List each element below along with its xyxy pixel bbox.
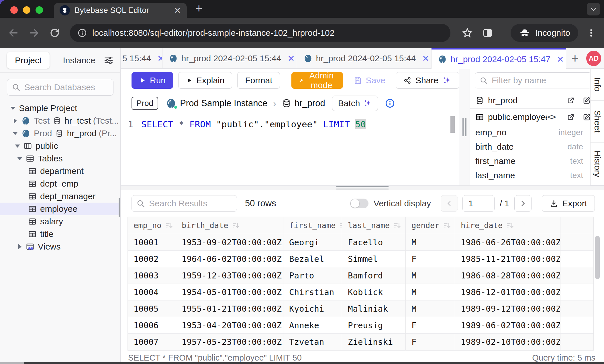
table-cell[interactable]: 10004 xyxy=(128,284,176,300)
back-icon[interactable] xyxy=(8,27,19,38)
editor-tab-3[interactable]: hr_prod 2024-02-05 15:44✕ xyxy=(297,48,432,69)
close-tab-icon[interactable]: ✕ xyxy=(287,54,295,64)
table-cell[interactable]: M xyxy=(406,284,455,300)
sort-icon[interactable] xyxy=(165,221,173,230)
editor-tab-2[interactable]: hr_prod 2024-02-05 15:44✕ xyxy=(162,48,297,69)
panel-resize-handle[interactable] xyxy=(459,69,470,185)
filter-settings-icon[interactable] xyxy=(104,56,113,65)
table-cell[interactable]: Koblick xyxy=(342,284,406,300)
editor-scrollbar-thumb[interactable] xyxy=(450,116,455,133)
browser-menu-icon[interactable] xyxy=(586,28,596,38)
column-header-emp-no[interactable]: emp_no xyxy=(128,217,176,234)
bottom-scrollbar-thumb[interactable] xyxy=(0,362,24,364)
tree-item-hr-test[interactable]: Testhr_test(Test... xyxy=(0,114,120,127)
table-cell[interactable]: Tzvetan xyxy=(283,334,342,350)
table-cell[interactable]: 1985-11-21T00:00:00Z xyxy=(455,251,560,267)
table-cell[interactable]: Facello xyxy=(342,234,406,251)
tree-item-hr-prod[interactable]: Prodhr_prod(Pr... xyxy=(0,127,120,140)
column-row-birth-date[interactable]: birth_datedate xyxy=(470,140,596,154)
table-cell[interactable]: 10003 xyxy=(128,267,176,284)
search-results-input[interactable]: Search Results xyxy=(132,195,237,212)
tree-item-dept-emp[interactable]: dept_emp xyxy=(0,177,120,190)
sql-editor[interactable]: 1 SELECT * FROM "public"."employee" LIMI… xyxy=(121,114,459,185)
table-cell[interactable]: Preusig xyxy=(342,317,406,334)
export-button[interactable]: Export xyxy=(542,195,595,212)
bookmark-star-icon[interactable] xyxy=(462,27,473,38)
minimize-window-button[interactable] xyxy=(23,6,30,14)
caret-right-icon[interactable] xyxy=(14,244,26,249)
table-cell[interactable]: 1953-09-02T00:00:00Z xyxy=(176,234,283,251)
table-cell[interactable]: M xyxy=(406,267,455,284)
table-cell[interactable]: F xyxy=(406,334,455,350)
browser-tab[interactable]: Bytebase SQL Editor ✕ xyxy=(54,3,187,18)
table-cell[interactable]: 1954-05-01T00:00:00Z xyxy=(176,284,283,300)
address-bar[interactable]: localhost:8080/sql-editor/prod-sample-in… xyxy=(70,24,450,42)
table-cell[interactable]: Kyoichi xyxy=(283,300,342,317)
forward-icon[interactable] xyxy=(29,27,40,38)
filter-by-name-input[interactable]: Filter by name xyxy=(475,72,592,88)
batch-mode-button[interactable]: Batch xyxy=(332,96,378,111)
new-query-tab-button[interactable]: + xyxy=(566,48,584,68)
caret-down-icon[interactable] xyxy=(14,157,26,160)
rail-tab-info[interactable]: Info xyxy=(591,69,604,101)
tab-project[interactable]: Project xyxy=(7,52,50,69)
table-cell[interactable]: F xyxy=(406,317,455,334)
sort-icon[interactable] xyxy=(506,221,514,230)
table-cell[interactable]: 10001 xyxy=(128,234,176,251)
table-cell[interactable]: F xyxy=(406,251,455,267)
column-header-birth-date[interactable]: birth_date xyxy=(176,217,283,234)
database-name[interactable]: hr_prod xyxy=(295,98,325,108)
sort-icon[interactable] xyxy=(443,221,451,230)
table-cell[interactable]: 10005 xyxy=(128,300,176,317)
table-cell[interactable]: 1959-12-03T00:00:00Z xyxy=(176,267,283,284)
tree-item-salary[interactable]: salary xyxy=(0,215,120,228)
caret-right-icon[interactable] xyxy=(9,118,21,123)
editor-tab-4[interactable]: hr_prod 2024-02-05 15:47✕ xyxy=(432,48,566,69)
tree-item-title[interactable]: title xyxy=(0,228,120,240)
tab-instance[interactable]: Instance xyxy=(55,52,103,69)
save-button[interactable]: Save xyxy=(353,76,385,85)
new-tab-button[interactable]: + xyxy=(195,2,203,15)
site-info-icon[interactable] xyxy=(77,28,87,38)
table-cell[interactable]: Zielinski xyxy=(342,334,406,350)
results-scrollbar-thumb[interactable] xyxy=(595,236,600,279)
editor-tab-1[interactable]: 5 15:44✕ xyxy=(121,48,162,69)
rail-tab-sheet[interactable]: Sheet xyxy=(591,101,604,143)
table-cell[interactable]: Simmel xyxy=(342,251,406,267)
database-search-input[interactable]: Search Databases xyxy=(7,79,113,96)
table-cell[interactable]: 1989-02-10T00:00:00Z xyxy=(455,334,560,350)
table-cell[interactable]: 1989-06-02T00:00:00Z xyxy=(455,317,560,334)
external-link-icon[interactable] xyxy=(566,113,575,121)
results-resize-handle[interactable] xyxy=(121,185,604,190)
table-cell[interactable]: 1953-04-20T00:00:00Z xyxy=(176,317,283,334)
column-row-last-name[interactable]: last_nametext xyxy=(470,168,596,183)
table-cell[interactable]: 1955-01-21T00:00:00Z xyxy=(176,300,283,317)
sort-icon[interactable] xyxy=(339,221,342,230)
tree-item-department[interactable]: department xyxy=(0,165,120,177)
table-cell[interactable]: Bamford xyxy=(342,267,406,284)
panel-table-row[interactable]: public.employee <> xyxy=(470,109,596,125)
run-button[interactable]: Run xyxy=(132,72,173,89)
tree-item-public[interactable]: public xyxy=(0,140,120,152)
caret-down-icon[interactable] xyxy=(11,145,23,148)
page-number-input[interactable]: 1 xyxy=(462,195,495,212)
column-header-last-name[interactable]: last_name xyxy=(342,217,406,234)
next-page-button[interactable] xyxy=(514,195,532,212)
explain-button[interactable]: Explain xyxy=(178,72,232,89)
caret-down-icon[interactable] xyxy=(7,107,19,110)
vertical-display-toggle[interactable] xyxy=(350,199,368,208)
close-tab-icon[interactable]: ✕ xyxy=(557,54,564,64)
tree-item-employee[interactable]: employee xyxy=(0,203,120,215)
edit-icon[interactable] xyxy=(583,113,591,121)
view-code-icon[interactable]: <> xyxy=(547,112,555,122)
table-cell[interactable]: 10007 xyxy=(128,334,176,350)
panel-database-row[interactable]: hr_prod xyxy=(470,92,596,109)
share-button[interactable]: Share xyxy=(396,72,459,89)
zoom-window-button[interactable] xyxy=(36,6,43,14)
rail-tab-history[interactable]: History xyxy=(591,143,604,185)
table-cell[interactable]: Chirstian xyxy=(283,284,342,300)
close-tab-icon[interactable]: ✕ xyxy=(422,54,429,64)
tree-item-views[interactable]: Views xyxy=(0,240,120,253)
external-link-icon[interactable] xyxy=(566,96,575,105)
table-cell[interactable]: 1989-09-12T00:00:00Z xyxy=(455,300,560,317)
